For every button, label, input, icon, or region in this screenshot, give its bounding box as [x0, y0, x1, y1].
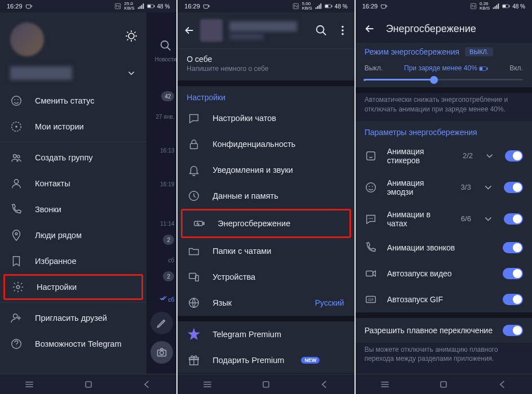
menu-contacts[interactable]: Контакты [0, 171, 147, 196]
nav-menu-icon[interactable] [379, 379, 391, 390]
dots-icon [365, 213, 377, 225]
about-section[interactable]: О себе Напишите немного о себе [178, 48, 354, 80]
toggle[interactable] [504, 182, 523, 193]
nav-back-icon[interactable] [497, 379, 508, 390]
menu-calls[interactable]: Звонки [0, 196, 147, 222]
toggle[interactable] [503, 242, 523, 253]
data-icon [188, 190, 200, 202]
about-subtitle: Напишите немного о себе [187, 65, 345, 73]
svg-point-63 [366, 182, 375, 192]
svg-rect-3 [154, 5, 154, 7]
setting-notifications[interactable]: Уведомления и звуки [178, 157, 354, 183]
chat-list-sliver: Новости 42 27 янв. 16:13 16:19 11:14 2 с… [147, 12, 176, 374]
menu-invite[interactable]: Пригласить друзей [0, 305, 147, 331]
nav-home-icon[interactable] [260, 379, 272, 390]
nav-menu-icon[interactable] [24, 379, 35, 390]
badge: 2 [163, 271, 174, 281]
power-slider[interactable] [365, 79, 523, 80]
menu-people-nearby[interactable]: Люди рядом [0, 222, 147, 248]
svg-point-28 [160, 351, 164, 355]
svg-point-19 [17, 155, 20, 158]
theme-toggle-icon[interactable] [125, 29, 138, 43]
nfc-icon [469, 2, 477, 10]
toggle[interactable] [503, 268, 523, 279]
param-smooth-transition[interactable]: Разрешить плавное переключение [356, 318, 532, 343]
svg-point-65 [371, 186, 373, 187]
param-emoji-anim[interactable]: Анимация эмодзи3/3 [356, 172, 532, 203]
badge: 42 [161, 91, 174, 101]
hint-text: Вы можете отключить анимацию плавного пе… [356, 343, 532, 371]
svg-rect-61 [487, 68, 487, 70]
time-label: 16:19 [160, 181, 174, 187]
video-icon [365, 267, 377, 280]
svg-rect-57 [503, 5, 506, 8]
menu-label: Пригласить друзей [35, 314, 107, 323]
toggle[interactable] [504, 213, 523, 225]
divider [0, 302, 147, 303]
setting-power-saving[interactable]: Энергосбережение [181, 209, 351, 238]
setting-language[interactable]: ЯзыкРусский [178, 290, 354, 316]
menu-label: Возможности Telegram [35, 339, 122, 348]
nav-home-icon[interactable] [83, 379, 94, 390]
svg-rect-58 [509, 5, 509, 7]
svg-line-12 [135, 32, 136, 33]
avatar[interactable] [200, 19, 223, 42]
nav-back-icon[interactable] [141, 379, 153, 390]
about-title: О себе [187, 55, 345, 64]
svg-rect-69 [366, 271, 373, 276]
drawer-menu: Сменить статус Мои истории Создать групп… [0, 12, 147, 374]
svg-rect-60 [480, 67, 483, 70]
param-chat-anim[interactable]: Анимации в чатах6/6 [356, 203, 532, 235]
setting-gift-premium[interactable]: Подарить PremiumNEW [178, 347, 354, 373]
section-title: Параметры энергосбережения [356, 121, 532, 140]
signal-icon [314, 2, 322, 10]
back-icon[interactable] [183, 24, 196, 37]
param-sticker-anim[interactable]: Анимация стикеров2/2 [356, 140, 532, 172]
invite-icon [10, 312, 23, 324]
svg-line-26 [167, 47, 171, 51]
badge: 2 [163, 235, 174, 245]
more-icon[interactable] [336, 24, 349, 37]
nav-menu-icon[interactable] [202, 379, 213, 390]
setting-data[interactable]: Данные и память [178, 183, 354, 209]
nav-home-icon[interactable] [438, 379, 449, 390]
time-label: 11:14 [160, 221, 174, 227]
menu-saved[interactable]: Избранное [0, 248, 147, 274]
menu-create-group[interactable]: Создать группу [0, 145, 147, 171]
param-autoplay-video[interactable]: Автозапуск видео [356, 261, 532, 286]
setting-premium[interactable]: Telegram Premium [178, 321, 354, 347]
nav-bar [356, 374, 532, 394]
panel-settings: 16:29 5.00KB/S 48 % О себе Напишите немн… [178, 0, 354, 394]
menu-change-status[interactable]: Сменить статус [0, 88, 147, 114]
toggle[interactable] [505, 150, 523, 162]
menu-settings[interactable]: Настройки [3, 274, 143, 300]
bookmark-icon [10, 255, 23, 267]
chevron-down-icon[interactable] [126, 68, 136, 78]
menu-features[interactable]: Возможности Telegram [0, 331, 147, 357]
search-icon[interactable] [315, 24, 327, 37]
slider-thumb[interactable] [430, 76, 438, 84]
setting-privacy[interactable]: Конфиденциальность [178, 131, 354, 157]
avatar[interactable] [10, 23, 44, 56]
param-autoplay-gif[interactable]: GIFАвтозапуск GIF [356, 286, 532, 312]
svg-rect-46 [189, 274, 196, 279]
search-icon[interactable] [159, 39, 172, 52]
toggle[interactable] [503, 325, 523, 336]
toggle[interactable] [503, 294, 523, 305]
back-icon[interactable] [363, 23, 376, 35]
nav-back-icon[interactable] [319, 379, 330, 390]
slider-labels: Выкл. При заряде менее 40% Вкл. [356, 61, 532, 74]
setting-devices[interactable]: Устройства [178, 264, 354, 290]
profile-section[interactable] [0, 16, 147, 88]
nav-bar [0, 374, 176, 394]
param-call-anim[interactable]: Анимации звонков [356, 235, 532, 261]
checkmark-icon [159, 294, 167, 302]
sliver-label[interactable]: Новости [155, 56, 177, 62]
camera-fab[interactable] [150, 341, 173, 364]
setting-folders[interactable]: Папки с чатами [178, 238, 354, 264]
svg-rect-32 [86, 382, 91, 387]
menu-my-stories[interactable]: Мои истории [0, 114, 147, 140]
setting-chat-settings[interactable]: Настройки чатов [178, 105, 354, 131]
cup-icon [25, 2, 33, 10]
edit-fab[interactable] [150, 312, 173, 334]
